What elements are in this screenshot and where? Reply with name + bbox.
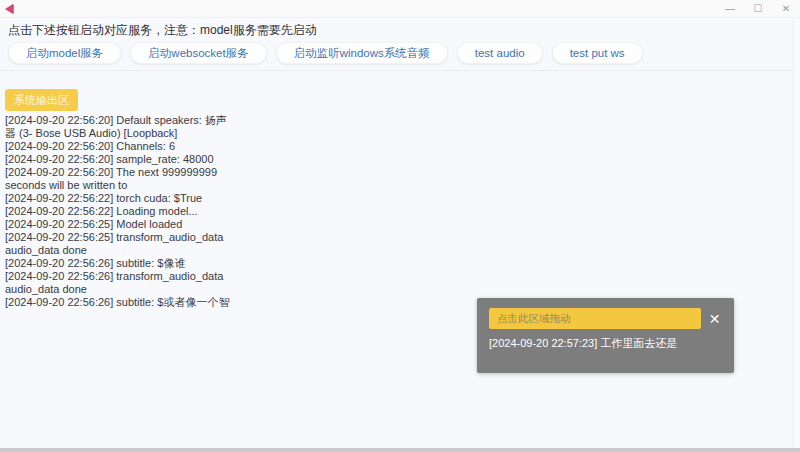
vertical-scrollbar[interactable] bbox=[793, 19, 800, 448]
log-line: [2024-09-20 22:56:20] sample_rate: 48000 bbox=[5, 153, 235, 166]
log-line: [2024-09-20 22:56:20] Default speakers: … bbox=[5, 114, 235, 127]
drag-handle[interactable]: 点击此区域拖动 bbox=[489, 308, 701, 329]
log-line: [2024-09-20 22:56:22] Loading model... bbox=[5, 205, 235, 218]
log-line: [2024-09-20 22:56:26] subtitle: $像谁 bbox=[5, 257, 235, 270]
close-button[interactable]: ✕ bbox=[772, 0, 800, 18]
window-bottom-edge bbox=[0, 448, 800, 452]
log-line: [2024-09-20 22:56:26] subtitle: $或者像一个智 bbox=[5, 296, 235, 309]
test-put-ws-button[interactable]: test put ws bbox=[552, 42, 643, 64]
log-line: 器 (3- Bose USB Audio) [Loopback] bbox=[5, 127, 235, 140]
log-line: [2024-09-20 22:56:25] Model loaded bbox=[5, 218, 235, 231]
log-line: [2024-09-20 22:56:22] torch cuda: $True bbox=[5, 192, 235, 205]
log-line: [2024-09-20 22:56:26] transform_audio_da… bbox=[5, 270, 235, 283]
log-line: [2024-09-20 22:56:20] The next 999999999 bbox=[5, 166, 235, 179]
log-line: audio_data done bbox=[5, 283, 235, 296]
log-line: seconds will be written to bbox=[5, 179, 235, 192]
log-line: [2024-09-20 22:56:20] Channels: 6 bbox=[5, 140, 235, 153]
start-websocket-service-button[interactable]: 启动websocket服务 bbox=[130, 42, 266, 64]
subtitle-message: [2024-09-20 22:57:23] 工作里面去还是 bbox=[489, 336, 677, 351]
start-listen-windows-audio-button[interactable]: 启动监听windows系统音频 bbox=[276, 42, 448, 64]
subtitle-overlay-panel: 点击此区域拖动 ✕ [2024-09-20 22:57:23] 工作里面去还是 bbox=[477, 298, 734, 373]
log-output-area: [2024-09-20 22:56:20] Default speakers: … bbox=[5, 114, 235, 309]
minimize-button[interactable]: — bbox=[716, 0, 744, 18]
window-controls: — ☐ ✕ bbox=[716, 0, 800, 18]
toolbar: 启动model服务 启动websocket服务 启动监听windows系统音频 … bbox=[8, 42, 643, 64]
title-bar: — ☐ ✕ bbox=[0, 0, 800, 18]
test-audio-button[interactable]: test audio bbox=[457, 42, 543, 64]
app-logo-icon bbox=[5, 4, 13, 14]
panel-close-icon[interactable]: ✕ bbox=[704, 308, 725, 329]
start-model-service-button[interactable]: 启动model服务 bbox=[8, 42, 121, 64]
system-output-label: 系统输出区 bbox=[5, 89, 78, 111]
log-line: audio_data done bbox=[5, 244, 235, 257]
instruction-text: 点击下述按钮启动对应服务，注意：model服务需要先启动 bbox=[8, 22, 317, 39]
app-window: — ☐ ✕ 点击下述按钮启动对应服务，注意：model服务需要先启动 启动mod… bbox=[0, 0, 800, 452]
section-divider bbox=[0, 70, 800, 71]
header-row: 点击下述按钮启动对应服务，注意：model服务需要先启动 bbox=[0, 19, 792, 37]
log-line: [2024-09-20 22:56:25] transform_audio_da… bbox=[5, 231, 235, 244]
maximize-button[interactable]: ☐ bbox=[744, 0, 772, 18]
